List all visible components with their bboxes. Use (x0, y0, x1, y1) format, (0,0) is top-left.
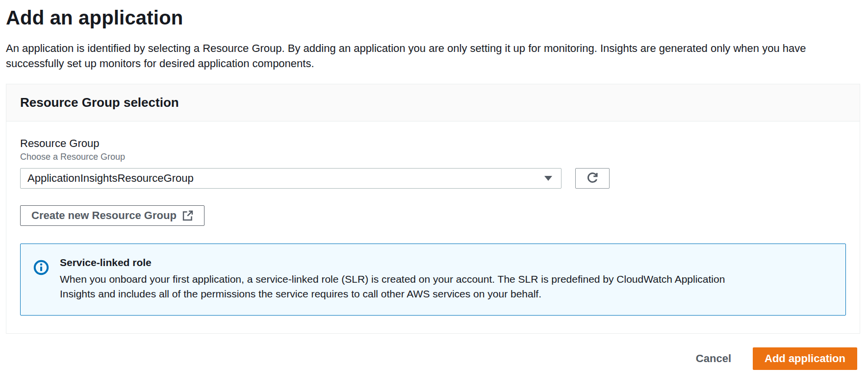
info-alert-text: When you onboard your first application,… (60, 272, 737, 301)
resource-group-select[interactable]: ApplicationInsightsResourceGroup (20, 168, 562, 189)
resource-group-select-row: ApplicationInsightsResourceGroup (20, 168, 846, 189)
info-alert-content: Service-linked role When you onboard you… (60, 257, 737, 301)
resource-group-label: Resource Group (20, 137, 846, 150)
resource-group-selected-value: ApplicationInsightsResourceGroup (27, 172, 194, 185)
refresh-button[interactable] (575, 168, 610, 189)
create-resource-group-button[interactable]: Create new Resource Group (20, 205, 204, 226)
page-title: Add an application (6, 5, 860, 29)
info-alert-title: Service-linked role (60, 257, 737, 269)
panel-header: Resource Group selection (6, 84, 860, 122)
panel-body: Resource Group Choose a Resource Group A… (6, 122, 860, 333)
service-linked-role-info-alert: Service-linked role When you onboard you… (20, 244, 846, 316)
caret-down-icon (544, 176, 552, 181)
add-application-button[interactable]: Add application (753, 347, 857, 370)
panel-title: Resource Group selection (20, 95, 846, 110)
resource-group-hint: Choose a Resource Group (20, 152, 846, 162)
create-resource-group-label: Create new Resource Group (31, 209, 177, 222)
footer-actions: Cancel Add application (6, 347, 860, 370)
refresh-icon (586, 172, 599, 185)
info-icon (33, 257, 49, 277)
external-link-icon (182, 210, 193, 221)
cancel-button[interactable]: Cancel (696, 352, 731, 365)
page-description: An application is identified by selectin… (6, 41, 840, 71)
resource-group-selection-panel: Resource Group selection Resource Group … (6, 84, 860, 334)
add-application-page: Add an application An application is ide… (0, 0, 868, 370)
